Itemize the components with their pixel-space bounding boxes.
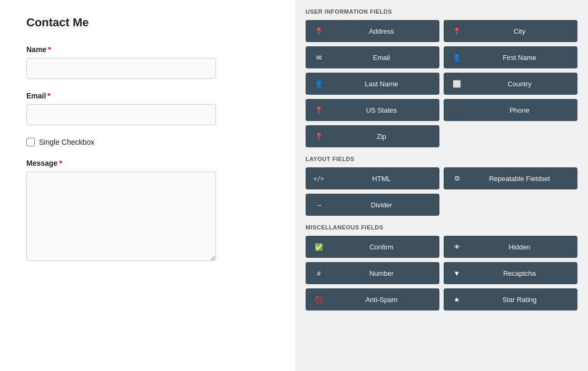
name-label: Name* [26,45,269,54]
us-states-icon: 📍 [313,104,325,116]
user-info-grid: 📍 Address 📍 City ✉ Email 👤 First Name 👤 … [306,20,577,147]
address-icon: 📍 [313,25,325,37]
confirm-icon: ✅ [313,241,325,253]
email-label: Email* [26,92,269,100]
field-btn-html[interactable]: </> HTML [306,167,439,189]
phone-icon: 📞 [451,104,463,116]
email-input[interactable] [26,104,216,125]
misc-grid: ✅ Confirm 👁 Hidden # Number ▼ Recaptcha … [306,236,577,310]
checkbox-label: Single Checkbox [39,138,94,146]
field-btn-divider[interactable]: → Divider [306,194,439,216]
name-group: Name* [26,45,269,79]
city-icon: 📍 [451,25,463,37]
first-name-icon: 👤 [451,52,463,63]
field-btn-recaptcha[interactable]: ▼ Recaptcha [444,262,577,284]
single-checkbox-input[interactable] [26,138,35,146]
name-input[interactable] [26,58,216,79]
field-btn-last-name[interactable]: 👤 Last Name [306,73,439,95]
message-label: Message* [26,159,269,167]
anti-spam-icon: 🚫 [313,294,325,305]
last-name-icon: 👤 [313,78,325,89]
field-btn-first-name[interactable]: 👤 First Name [444,46,577,68]
layout-section-title: LAYOUT FIELDS [306,156,577,162]
recaptcha-icon: ▼ [451,267,463,279]
misc-section-title: MISCELLANEOUS FIELDS [306,224,577,230]
divider-icon: → [313,199,325,210]
left-panel: Contact Me Name* Email* Single Checkbox … [0,0,295,371]
star-rating-icon: ★ [451,294,463,305]
email-icon: ✉ [313,52,325,63]
field-btn-hidden[interactable]: 👁 Hidden [444,236,577,258]
layout-grid: </> HTML ⧉ Repeatable Fieldset → Divider [306,167,577,216]
field-btn-email[interactable]: ✉ Email [306,46,439,68]
email-group: Email* [26,92,269,125]
right-panel: USER INFORMATION FIELDS 📍 Address 📍 City… [295,0,588,371]
zip-icon: 📍 [313,131,325,142]
email-required: * [47,92,50,100]
checkbox-group: Single Checkbox [26,138,269,146]
field-btn-anti-spam[interactable]: 🚫 Anti-Spam [306,288,439,310]
html-icon: </> [313,173,325,184]
user-info-section-title: USER INFORMATION FIELDS [306,8,577,15]
field-btn-country[interactable]: ⬜ Country [444,73,577,95]
form-title: Contact Me [26,16,269,29]
field-btn-number[interactable]: # Number [306,262,439,284]
field-btn-star-rating[interactable]: ★ Star Rating [444,288,577,310]
number-icon: # [313,267,325,279]
field-btn-zip[interactable]: 📍 Zip [306,125,439,147]
message-required: * [59,159,62,167]
repeatable-fieldset-icon: ⧉ [451,173,463,184]
field-btn-phone[interactable]: 📞 Phone [444,99,577,121]
message-textarea[interactable] [26,172,216,261]
field-btn-us-states[interactable]: 📍 US States [306,99,439,121]
hidden-icon: 👁 [451,241,463,253]
field-btn-city[interactable]: 📍 City [444,20,577,42]
field-btn-repeatable-fieldset[interactable]: ⧉ Repeatable Fieldset [444,167,577,189]
field-btn-address[interactable]: 📍 Address [306,20,439,42]
country-icon: ⬜ [451,78,463,89]
message-group: Message* [26,159,269,263]
field-btn-confirm[interactable]: ✅ Confirm [306,236,439,258]
name-required: * [48,45,51,54]
